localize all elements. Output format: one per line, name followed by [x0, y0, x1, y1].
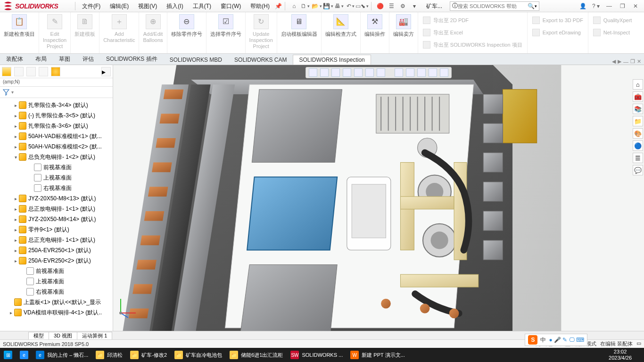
tree-part[interactable]: ▸VDA模组串联铜排-4<1> (默认.. [0, 307, 113, 318]
tree-part[interactable]: ▸(-) 扎带限位条-3<5> (默认) [0, 110, 113, 121]
tree-part[interactable]: ▾总负充电铜排- 1<2> (默认) [0, 152, 113, 162]
expand-icon[interactable]: ▸ [13, 248, 18, 253]
expand-icon[interactable]: ▸ [13, 123, 18, 129]
expand-icon[interactable]: ▸ [13, 238, 18, 243]
user-icon[interactable]: 👤 [577, 1, 588, 11]
taskbar-app[interactable]: 📁储能6进1出汇流柜 [226, 348, 287, 362]
taskbar-app[interactable]: W新建 PPT 演示文... [347, 348, 408, 362]
ribbon-net-inspect[interactable]: Net-Inspect [593, 26, 632, 39]
taskbar-app[interactable]: 📁矿车-修改2 [126, 348, 171, 362]
ribbon-export-swi[interactable]: 导出至 SOLIDWORKS Inspection 项目 [423, 39, 522, 51]
rebuild-icon[interactable]: 🔴 [376, 2, 385, 10]
section-view-icon[interactable] [343, 68, 351, 77]
viewtab-model[interactable]: 模型 [28, 332, 49, 339]
fm-tab-property-icon[interactable] [14, 67, 24, 76]
tree-part[interactable]: ▸JYZ-20X50-M8<14> (默认) [0, 214, 113, 224]
fm-tab-tree-icon[interactable] [2, 67, 11, 76]
menu-tools[interactable]: 工具(T) [188, 0, 216, 12]
prev-view-icon[interactable] [331, 68, 340, 77]
tree-plane[interactable]: 上视基准面 [0, 276, 113, 287]
tab-sketch[interactable]: 草图 [53, 53, 76, 65]
pin-icon[interactable]: 📌 [274, 2, 283, 10]
taskbar-clock[interactable]: 23:02 2023/4/26 [604, 349, 636, 361]
tree-part[interactable]: ▸50AH-VAD标准模组<1> (默... [0, 131, 113, 141]
tree-part[interactable]: ▸50AH-VAD标准模组<2> (默... [0, 141, 113, 152]
feature-tree[interactable]: ▸扎带限位条-3<4> (默认)▸(-) 扎带限位条-3<5> (默认)▸扎带限… [0, 98, 113, 331]
new-icon[interactable]: 🗋 [301, 2, 310, 10]
menu-insert[interactable]: 插入(I) [162, 0, 188, 12]
expand-icon[interactable]: ▸ [13, 258, 18, 263]
taskpane-file-explorer-icon[interactable]: 📁 [633, 116, 643, 126]
search-icon[interactable]: 🔍 [528, 3, 535, 9]
tree-plane[interactable]: 前视基准面 [0, 162, 113, 173]
tab-sw-mbd[interactable]: SOLIDWORKS MBD [164, 55, 228, 65]
document-name[interactable]: 矿车... [421, 0, 447, 12]
fm-tab-more-icon[interactable]: ▸ [101, 67, 111, 76]
ribbon-launch-template-editor[interactable]: 🖥启动模板编辑器 [277, 12, 322, 53]
taskbar-app[interactable]: 📁邱清松 [92, 348, 126, 362]
taskbar-app[interactable]: SWSOLIDWORKS ... [287, 348, 347, 362]
view-orientation-icon[interactable] [354, 68, 363, 77]
tree-plane[interactable]: 上视基准面 [0, 173, 113, 183]
search-dropdown-icon[interactable]: ▾ [535, 4, 537, 8]
settings-icon[interactable]: ⚙ [399, 2, 407, 10]
taskpane-design-library-icon[interactable]: 📚 [633, 104, 643, 114]
taskpane-resources-icon[interactable]: 🧰 [633, 91, 643, 102]
expand-icon[interactable]: ▾ [13, 155, 18, 160]
tab-sw-cam[interactable]: SOLIDWORKS CAM [228, 55, 293, 65]
tree-part[interactable]: ▸250A-EVR250<2> (默认) [0, 255, 113, 266]
expand-icon[interactable]: ▸ [13, 217, 18, 222]
tab-sw-inspection[interactable]: SOLIDWORKS Inspection [293, 55, 371, 65]
expand-icon[interactable]: ▸ [8, 310, 13, 315]
select-icon[interactable]: ▭⬊ [358, 2, 366, 10]
menu-view[interactable]: 视图(V) [133, 0, 162, 12]
ribbon-export-3d-pdf[interactable]: Export to 3D PDF [532, 14, 583, 26]
graphics-viewport[interactable]: ⌂ 🧰 📚 📁 🎨 🔵 ☰ 💬 [113, 65, 644, 331]
ribbon-export-2d-pdf[interactable]: 导出至 2D PDF [423, 14, 522, 26]
doc-minimize-button[interactable]: — [623, 59, 628, 65]
ribbon-edit-vendor[interactable]: 🏭编辑卖方 [389, 12, 418, 53]
taskbar-app[interactable]: e [16, 348, 32, 362]
ribbon-edit-operation[interactable]: ⚒编辑操作 [361, 12, 389, 53]
tab-assembly[interactable]: 装配体 [0, 53, 29, 65]
menu-file[interactable]: 文件(F) [77, 0, 105, 12]
doc-maximize-button[interactable]: ❐ [630, 58, 635, 65]
ribbon-new-inspection[interactable]: 📋新建检查项目 [0, 12, 39, 53]
expand-icon[interactable]: ▸ [13, 103, 18, 108]
fm-tab-dim-icon[interactable] [39, 67, 48, 76]
doc-close-button[interactable]: ✕ [637, 58, 641, 65]
help-search[interactable]: ⓘ 🔍 ▾ [450, 1, 539, 11]
tree-plane[interactable]: 右视基准面 [0, 183, 113, 193]
menu-edit[interactable]: 编辑(E) [105, 0, 133, 12]
maximize-button[interactable]: ❐ [617, 1, 628, 11]
taskpane-appearances-icon[interactable]: 🔵 [633, 140, 643, 151]
expand-icon[interactable]: ▸ [13, 113, 18, 118]
help-dropdown-icon[interactable]: ? ▾ [590, 1, 602, 11]
open-icon[interactable]: 📂 [313, 2, 321, 10]
expand-icon[interactable]: ▸ [13, 206, 18, 212]
tab-sw-addins[interactable]: SOLIDWORKS 插件 [100, 53, 164, 65]
print-icon[interactable]: 🖶 [335, 2, 344, 10]
tree-part[interactable]: ▸250A-EVR250<1> (默认) [0, 245, 113, 255]
start-button[interactable]: ⊞ [0, 348, 16, 362]
taskbar-app[interactable]: e我的上传 – 懒石... [32, 348, 92, 362]
expand-icon[interactable]: ▸ [13, 134, 18, 139]
tab-layout[interactable]: 布局 [29, 53, 53, 65]
feature-filter-bar[interactable]: ▾ [0, 87, 113, 98]
taskpane-forum-icon[interactable]: 💬 [633, 165, 643, 175]
fm-tab-display-icon[interactable] [51, 67, 60, 76]
tree-part[interactable]: ▸总正充电铜排- 1<1> (默认) [0, 235, 113, 245]
tree-plane[interactable]: 右视基准面 [0, 287, 113, 297]
hide-show-icon[interactable] [377, 68, 385, 77]
menu-window[interactable]: 窗口(W) [216, 0, 246, 12]
render-tools-icon[interactable] [429, 68, 437, 77]
doc-prev-icon[interactable]: ◀ [612, 58, 616, 65]
tree-plane[interactable]: 前视基准面 [0, 266, 113, 276]
viewtab-3d[interactable]: 3D 视图 [49, 332, 77, 339]
options-list-icon[interactable]: ☰ [388, 2, 396, 10]
ribbon-export-edrawing[interactable]: Export eDrawing [532, 26, 583, 39]
tree-part[interactable]: 上盖板<1> (默认<<默认>_显示 [0, 297, 113, 307]
apply-scene-icon[interactable] [406, 68, 414, 77]
view-settings-icon[interactable] [417, 68, 426, 77]
menu-help[interactable]: 帮助(H) [246, 0, 274, 12]
